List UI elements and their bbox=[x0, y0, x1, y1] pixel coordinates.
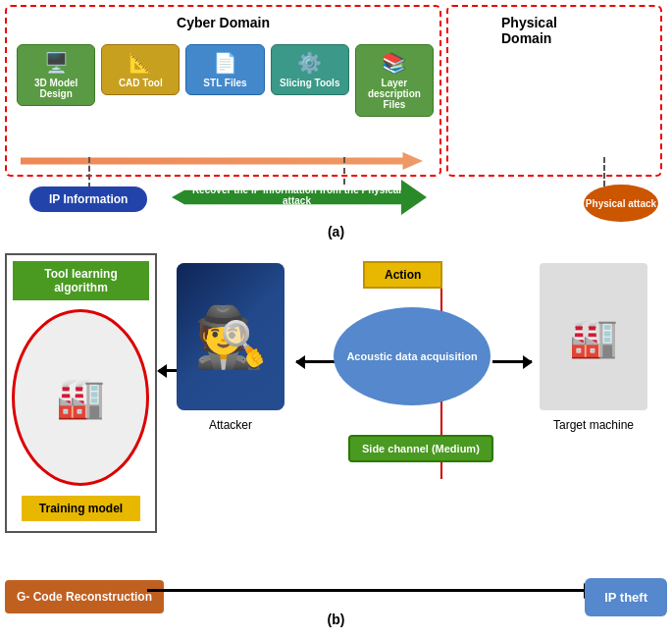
physical-domain-label: Physical Domain bbox=[501, 15, 607, 46]
machine-icon: 🏭 bbox=[56, 375, 105, 421]
icon-slicing-tools: ⚙️ Slicing Tools bbox=[271, 44, 349, 95]
gcode-box: G- Code Reconstruction bbox=[5, 580, 164, 613]
side-channel-box: Side channel (Medium) bbox=[348, 435, 493, 462]
acoustic-ellipse: Acoustic data acquisition bbox=[334, 307, 491, 405]
action-box: Action bbox=[363, 261, 442, 289]
arrow-acoustic-to-attacker bbox=[296, 360, 337, 363]
ip-theft-box: IP theft bbox=[585, 578, 667, 616]
3d-model-icon: 🖥️ bbox=[20, 51, 92, 75]
layer-icon: 📚 bbox=[358, 51, 431, 75]
target-label: Target machine bbox=[530, 418, 657, 432]
physical-domain-box: Physical Domain 🖨️ Printer Firmware ⚙️ P… bbox=[446, 5, 662, 177]
top-section: Cyber Domain 🖥️ 3D Model Design 📐 CAD To… bbox=[0, 0, 672, 240]
target-machine-area: 🏭 Target machine bbox=[530, 263, 657, 432]
icon-3d-model: 🖥️ 3D Model Design bbox=[17, 44, 95, 106]
target-machine-icon: 🏭 bbox=[540, 263, 647, 410]
machine-circle: 🏭 bbox=[12, 309, 149, 486]
cyber-icons-row: 🖥️ 3D Model Design 📐 CAD Tool 📄 STL File… bbox=[17, 44, 434, 117]
tool-learning-box: Tool learning algorithm 🏭 Training model bbox=[5, 253, 157, 533]
attacker-area: 🕵️ Attacker bbox=[172, 263, 289, 432]
icon-cad-tool: 📐 CAD Tool bbox=[101, 44, 180, 95]
cad-icon: 📐 bbox=[104, 51, 177, 75]
ip-info-badge: IP Information bbox=[29, 186, 147, 212]
cyber-orange-arrow bbox=[21, 152, 423, 170]
bottom-section: Tool learning algorithm 🏭 Training model… bbox=[0, 243, 672, 639]
training-model-label: Training model bbox=[22, 496, 140, 521]
physical-attack-badge: Physical attack bbox=[584, 185, 658, 222]
tool-learning-label: Tool learning algorithm bbox=[13, 261, 149, 300]
vert-connector-2 bbox=[343, 157, 345, 185]
long-arrow bbox=[147, 589, 594, 592]
cyber-domain-box: Cyber Domain 🖥️ 3D Model Design 📐 CAD To… bbox=[5, 5, 441, 177]
icon-stl-files: 📄 STL Files bbox=[185, 44, 264, 95]
attacker-label: Attacker bbox=[172, 418, 289, 432]
recover-arrow bbox=[172, 180, 427, 215]
vert-connector-1 bbox=[88, 157, 90, 188]
arrow-acoustic-to-target bbox=[492, 360, 532, 363]
attacker-figure: 🕵️ bbox=[177, 263, 284, 410]
vert-connector-3 bbox=[603, 157, 605, 186]
figure-label-b: (b) bbox=[328, 612, 345, 627]
icon-layer-files: 📚 Layer description Files bbox=[355, 44, 434, 117]
slicing-icon: ⚙️ bbox=[274, 51, 346, 75]
figure-label-a: (a) bbox=[328, 224, 344, 240]
middle-row: Tool learning algorithm 🏭 Training model… bbox=[0, 243, 672, 548]
cyber-domain-label: Cyber Domain bbox=[177, 15, 270, 30]
stl-icon: 📄 bbox=[188, 51, 261, 75]
